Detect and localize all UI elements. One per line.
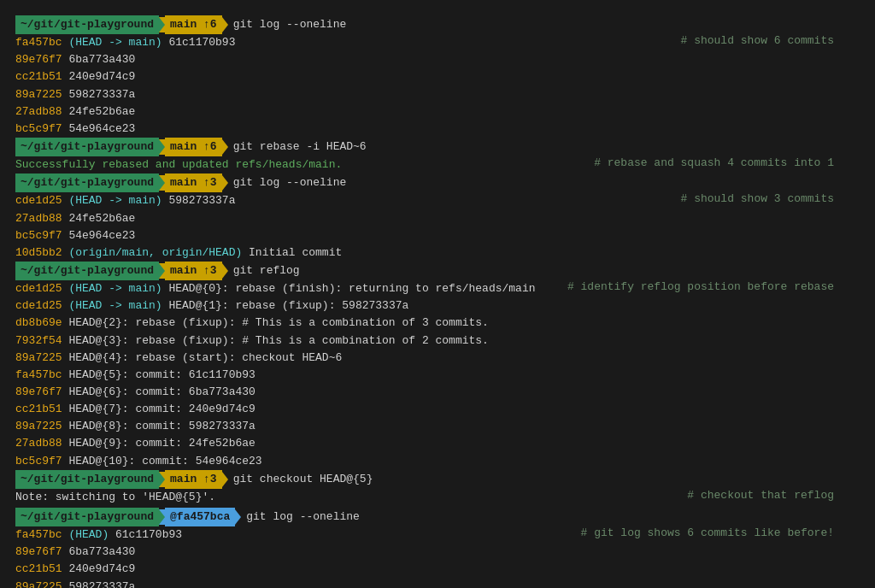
prompt-line-5: ~/git/git-playgroundmain ↑3 git checkout… bbox=[15, 470, 860, 489]
prompt-path-5: ~/git/git-playground bbox=[15, 470, 159, 489]
prompt-branch-6: @fa457bca bbox=[165, 508, 235, 526]
cmd-1: git log --oneline bbox=[228, 16, 347, 33]
cmd-3: git log --oneline bbox=[228, 174, 347, 191]
output-3-3: bc5c9f7 54e964ce23 bbox=[15, 227, 860, 244]
output-1-2: 89e76f7 6ba773a430 bbox=[15, 51, 860, 68]
output-1-4: 89a7225 598273337a bbox=[15, 86, 860, 103]
output-1-3: cc21b51 240e9d74c9 bbox=[15, 68, 860, 85]
prompt-path-4: ~/git/git-playground bbox=[15, 262, 159, 280]
comment-4: # identify reflog position before rebase bbox=[567, 280, 834, 293]
output-4-3: db8b69e HEAD@{2}: rebase (fixup): # This… bbox=[15, 315, 860, 332]
prompt-path-2: ~/git/git-playground bbox=[15, 138, 159, 156]
output-6-2: 89e76f7 6ba773a430 bbox=[15, 544, 860, 561]
prompt-branch-3: main ↑3 bbox=[165, 173, 222, 192]
output-1-5: 27adb88 24fe52b6ae bbox=[15, 103, 860, 121]
output-6-3: cc21b51 240e9d74c9 bbox=[15, 561, 860, 578]
terminal: ~/git/git-playgroundmain ↑6 git log --on… bbox=[9, 9, 866, 588]
cmd-6: git log --oneline bbox=[241, 509, 360, 526]
prompt-line-4: ~/git/git-playgroundmain ↑3 git reflog #… bbox=[15, 262, 860, 280]
output-3-4: 10d5bb2 (origin/main, origin/HEAD) Initi… bbox=[15, 244, 860, 262]
comment-6: # git log shows 6 commits like before! bbox=[581, 526, 834, 539]
prompt-line-1: ~/git/git-playgroundmain ↑6 git log --on… bbox=[15, 15, 860, 34]
prompt-line-3: ~/git/git-playgroundmain ↑3 git log --on… bbox=[15, 173, 860, 192]
prompt-path-1: ~/git/git-playground bbox=[15, 15, 159, 34]
prompt-branch-2: main ↑6 bbox=[165, 138, 222, 156]
output-4-10: 27adb88 HEAD@{9}: commit: 24fe52b6ae bbox=[15, 435, 860, 452]
output-4-8: cc21b51 HEAD@{7}: commit: 240e9d74c9 bbox=[15, 401, 860, 418]
comment-2: # rebase and squash 4 commits into 1 bbox=[594, 156, 834, 169]
comment-3: # should show 3 commits bbox=[681, 192, 834, 205]
output-6-4: 89a7225 598273337a bbox=[15, 579, 860, 589]
prompt-path-6: ~/git/git-playground bbox=[15, 508, 159, 526]
output-4-4: 7932f54 HEAD@{3}: rebase (fixup): # This… bbox=[15, 332, 860, 350]
prompt-line-6: ~/git/git-playground@fa457bca git log --… bbox=[15, 508, 860, 526]
prompt-branch-1: main ↑6 bbox=[165, 15, 222, 34]
cmd-2: git rebase -i HEAD~6 bbox=[228, 138, 367, 156]
cmd-5: git checkout HEAD@{5} bbox=[228, 471, 373, 488]
output-4-9: 89a7225 HEAD@{8}: commit: 598273337a bbox=[15, 418, 860, 435]
output-4-2: cde1d25 (HEAD -> main) HEAD@{1}: rebase … bbox=[15, 297, 860, 315]
comment-1: # should show 6 commits bbox=[681, 34, 834, 47]
output-1-6: bc5c9f7 54e964ce23 bbox=[15, 121, 860, 138]
output-4-11: bc5c9f7 HEAD@{10}: commit: 54e964ce23 bbox=[15, 453, 860, 470]
prompt-branch-4: main ↑3 bbox=[165, 262, 222, 280]
prompt-line-2: ~/git/git-playgroundmain ↑6 git rebase -… bbox=[15, 138, 860, 156]
prompt-path-3: ~/git/git-playground bbox=[15, 173, 159, 192]
output-4-6: fa457bc HEAD@{5}: commit: 61c1170b93 bbox=[15, 367, 860, 384]
output-3-2: 27adb88 24fe52b6ae bbox=[15, 210, 860, 227]
output-4-7: 89e76f7 HEAD@{6}: commit: 6ba773a430 bbox=[15, 384, 860, 401]
comment-5: # checkout that reflog bbox=[687, 489, 834, 502]
prompt-branch-5: main ↑3 bbox=[165, 470, 222, 489]
cmd-4: git reflog bbox=[228, 262, 300, 279]
output-4-5: 89a7225 HEAD@{4}: rebase (start): checko… bbox=[15, 350, 860, 367]
